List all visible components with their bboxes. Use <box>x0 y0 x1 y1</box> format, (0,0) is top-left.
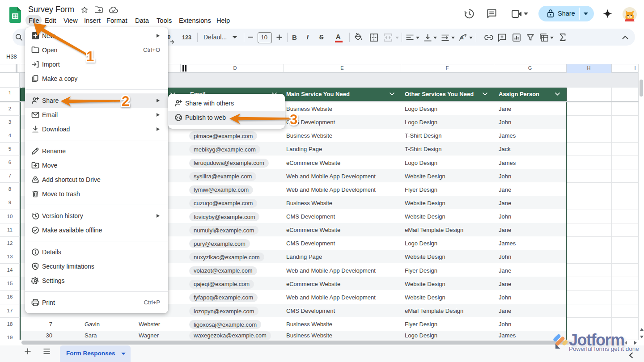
svg-text:1: 1 <box>86 49 94 64</box>
svg-text:3: 3 <box>290 112 297 127</box>
svg-text:2: 2 <box>122 93 129 109</box>
